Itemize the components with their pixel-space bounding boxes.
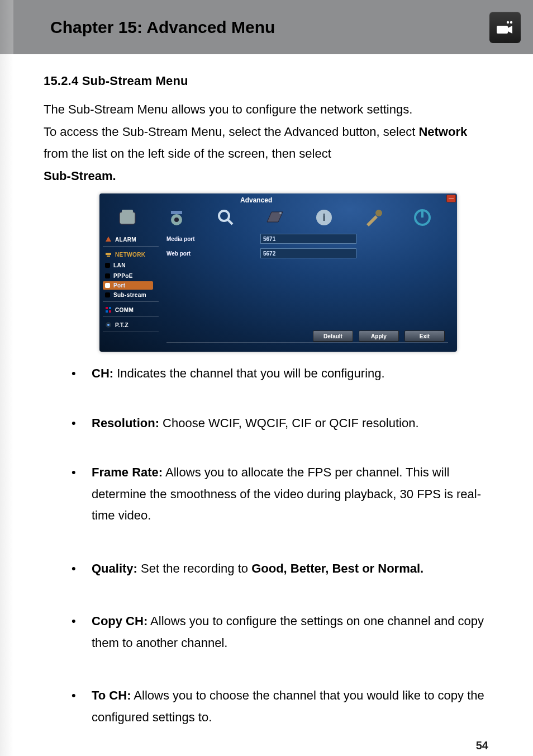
intro-paragraph-1: The Sub-Stream Menu allows you to config… (44, 98, 489, 121)
intro-paragraph-3: Sub-Stream. (44, 165, 489, 187)
apply-button[interactable]: Apply (359, 330, 399, 342)
substream-bold: Sub-Stream. (44, 169, 116, 183)
sidebar-item-alarm[interactable]: ALARM (103, 233, 161, 245)
svg-rect-20 (106, 310, 108, 313)
media-port-label: Media port (166, 236, 228, 242)
camera-icon (489, 12, 521, 43)
bullet-text: Allows you to configure the settings on … (92, 614, 484, 650)
sidebar-label: Port (113, 282, 126, 289)
page-number: 54 (0, 739, 533, 752)
svg-point-6 (174, 218, 179, 222)
intro-paragraph-2: To access the Sub-Stream Menu, select th… (44, 121, 489, 165)
tab-info-icon[interactable]: i (313, 206, 335, 229)
svg-text:i: i (322, 212, 325, 223)
close-icon[interactable]: — (446, 195, 456, 202)
dvr-button-row: Default Apply Exit (313, 330, 445, 342)
exit-button[interactable]: Exit (404, 330, 445, 342)
default-button[interactable]: Default (313, 330, 353, 342)
svg-rect-4 (122, 210, 133, 213)
web-port-input[interactable] (260, 248, 356, 258)
bullet-to-ch: To CH: Allows you to choose the channel … (72, 685, 489, 728)
bullet-ch: CH: Indicates the channel that you will … (72, 363, 489, 385)
intro-text: from the list on the left side of the sc… (44, 147, 331, 160)
svg-point-13 (375, 210, 382, 216)
field-row-web-port: Web port (166, 248, 448, 258)
media-port-input[interactable] (260, 234, 356, 244)
divider (102, 230, 455, 230)
svg-rect-16 (106, 253, 111, 255)
sidebar-label: P.T.Z (115, 322, 129, 328)
bullet-label: Copy CH: (92, 614, 147, 628)
bullet-bold-tail: Good, Better, Best or Normal. (251, 561, 423, 575)
tab-camera-icon[interactable] (165, 206, 188, 229)
dvr-main-panel: Media port Web port (166, 234, 448, 343)
svg-point-23 (107, 324, 110, 326)
svg-point-1 (510, 21, 512, 23)
svg-rect-21 (109, 310, 111, 313)
bullet-text: Choose WCIF, WQCIF, CIF or QCIF resoluti… (159, 416, 419, 430)
dvr-sidebar: ALARM NETWORK LAN PPPoE Port Sub-stream … (103, 233, 161, 333)
tab-tools-icon[interactable] (362, 206, 384, 229)
bullet-text: Indicates the channel that you will be c… (113, 366, 385, 380)
chapter-title: Chapter 15: Advanced Menu (50, 18, 275, 37)
bullet-label: Resolution: (92, 416, 159, 430)
sidebar-label: Sub-stream (113, 292, 146, 298)
sidebar-item-ptz[interactable]: P.T.Z (103, 318, 161, 330)
svg-rect-18 (106, 307, 108, 309)
bullet-frame-rate: Frame Rate: Allows you to allocate the F… (72, 462, 489, 527)
dvr-window-title: Advanced (240, 196, 272, 204)
svg-rect-2 (497, 26, 508, 34)
sidebar-item-substream[interactable]: Sub-stream (103, 290, 161, 300)
sidebar-item-lan[interactable]: LAN (103, 260, 161, 271)
tab-power-icon[interactable] (411, 206, 434, 229)
sidebar-item-comm[interactable]: COMM (103, 303, 161, 315)
svg-point-10 (279, 212, 282, 214)
svg-rect-3 (120, 212, 135, 224)
divider (166, 342, 448, 343)
svg-point-8 (219, 211, 229, 221)
network-bold: Network (418, 125, 467, 139)
svg-line-9 (228, 220, 232, 224)
bullet-resolution: Resolution: Choose WCIF, WQCIF, CIF or Q… (72, 413, 489, 434)
svg-rect-19 (109, 307, 111, 309)
page-body: 15.2.4 Sub-Stream Menu The Sub-Stream Me… (0, 54, 533, 728)
chapter-header: Chapter 15: Advanced Menu (0, 0, 533, 54)
section-heading: 15.2.4 Sub-Stream Menu (44, 74, 489, 88)
sidebar-label: COMM (115, 307, 134, 313)
page-gutter (0, 0, 13, 756)
tab-record-icon[interactable] (116, 206, 139, 229)
bullet-text: Set the recording to (137, 561, 251, 575)
bullet-label: CH: (92, 366, 113, 380)
document-page: Chapter 15: Advanced Menu 15.2.4 Sub-Str… (0, 0, 533, 756)
sidebar-label: ALARM (115, 237, 136, 243)
sidebar-label: PPPoE (113, 273, 133, 279)
dvr-window: Advanced — i ALARM NETWO (99, 193, 457, 352)
bullet-quality: Quality: Set the recording to Good, Bett… (72, 558, 489, 580)
bullet-text: Allows you to choose the channel that yo… (92, 688, 484, 724)
bullet-copy-ch: Copy CH: Allows you to configure the set… (72, 611, 489, 654)
field-row-media-port: Media port (166, 234, 448, 244)
sidebar-item-pppoe[interactable]: PPPoE (103, 271, 161, 281)
dvr-tab-icons: i (116, 206, 440, 229)
tab-hdd-icon[interactable] (264, 206, 286, 229)
bullet-list: CH: Indicates the channel that you will … (44, 363, 489, 728)
web-port-label: Web port (166, 251, 228, 257)
bullet-label: To CH: (92, 688, 131, 702)
tab-search-icon[interactable] (215, 206, 237, 229)
sidebar-item-network[interactable]: NETWORK (103, 248, 161, 260)
intro-text: To access the Sub-Stream Menu, select th… (44, 125, 418, 139)
sidebar-item-port[interactable]: Port (103, 281, 153, 290)
svg-rect-17 (107, 256, 110, 257)
sidebar-label: LAN (113, 262, 126, 268)
bullet-label: Quality: (92, 561, 137, 575)
sidebar-label: NETWORK (115, 252, 145, 258)
bullet-label: Frame Rate: (92, 465, 163, 479)
svg-rect-7 (171, 211, 182, 214)
svg-point-0 (507, 21, 509, 23)
